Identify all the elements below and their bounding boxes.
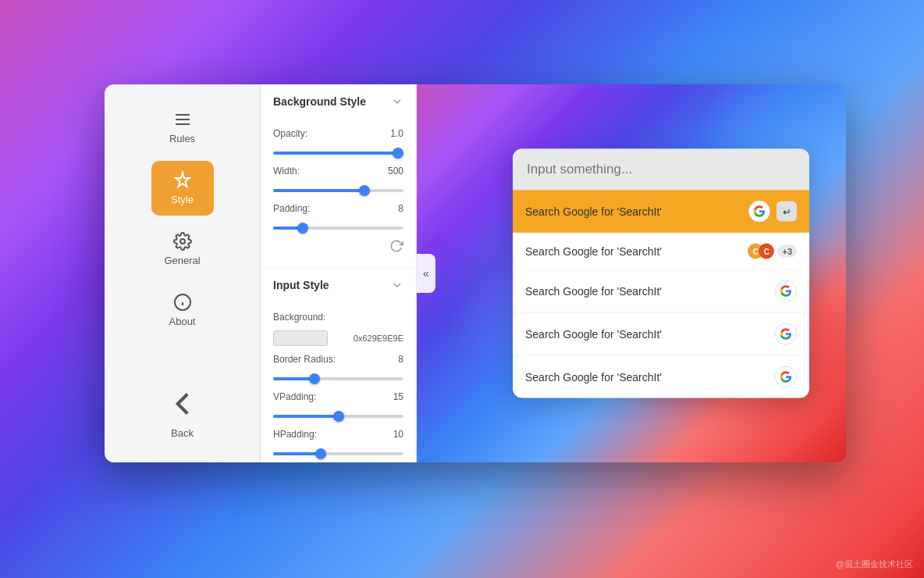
google-icon-4 (775, 323, 797, 345)
cc-circle-2: C (759, 244, 774, 259)
input-style-content: Background: 0x629E9E9E Border Radius: 8 … (261, 301, 416, 462)
svg-point-3 (180, 239, 185, 244)
list-icon (173, 110, 192, 129)
sidebar-item-rules[interactable]: Rules (151, 100, 214, 155)
padding-slider[interactable] (273, 227, 403, 230)
sidebar-about-label: About (169, 316, 196, 327)
brush-icon (173, 171, 192, 190)
sidebar-back-button[interactable]: Back (151, 384, 214, 439)
padding-slider-container (273, 219, 403, 233)
width-row: Width: 500 (273, 166, 403, 177)
hpadding-slider-container (273, 444, 403, 458)
chevron-left-icon: « (423, 267, 429, 280)
search-result-item-2[interactable]: Search Google for 'SearchIt' C C +3 (513, 234, 809, 270)
search-widget: Search Google for 'SearchIt' ↵ Sea (513, 149, 809, 398)
result-text-4: Search Google for 'SearchIt' (525, 328, 662, 341)
sidebar-style-label: Style (171, 194, 194, 205)
gear-icon (173, 232, 192, 251)
sidebar-general-label: General (164, 255, 200, 266)
border-radius-row: Border Radius: 8 (273, 354, 403, 365)
refresh-icon (389, 239, 403, 253)
result-icons-3 (775, 280, 797, 302)
search-result-item-3[interactable]: Search Google for 'SearchIt' (513, 270, 809, 313)
result-icons-5 (775, 366, 797, 388)
opacity-slider-container (273, 144, 403, 158)
cc-icon: C C (748, 244, 774, 259)
width-label: Width: (273, 166, 300, 177)
result-icons-4 (775, 323, 797, 345)
back-icon (163, 384, 202, 423)
chevron-down-icon-2 (391, 279, 403, 291)
input-style-section: Input Style Background: 0x629E9E9E Borde… (261, 268, 416, 462)
padding-row: Padding: 8 (273, 203, 403, 214)
vpadding-value: 15 (393, 391, 403, 402)
padding-label: Padding: (273, 203, 310, 214)
hpadding-slider[interactable] (273, 452, 403, 455)
chevron-down-icon (391, 95, 403, 108)
result-text-2: Search Google for 'SearchIt' (525, 245, 662, 258)
background-style-section: Background Style Opacity: 1.0 Width: 500 (261, 84, 416, 268)
refresh-button[interactable] (273, 236, 403, 256)
width-slider-container (273, 181, 403, 195)
vpadding-slider-container (273, 407, 403, 421)
border-radius-label: Border Radius: (273, 354, 336, 365)
opacity-label: Opacity: (273, 128, 307, 139)
result-text-5: Search Google for 'SearchIt' (525, 371, 662, 384)
sidebar-item-general[interactable]: General (151, 222, 214, 277)
result-icons-1: ↵ (748, 201, 797, 223)
background-style-title: Background Style (273, 95, 366, 108)
width-slider[interactable] (273, 189, 403, 192)
bg-color-label-row: Background: (273, 312, 403, 323)
sidebar-item-style[interactable]: Style (151, 161, 214, 216)
background-style-content: Opacity: 1.0 Width: 500 Padding: 8 (261, 117, 416, 267)
app-window: Rules Style General About (105, 84, 846, 462)
sidebar: Rules Style General About (105, 84, 261, 462)
bg-color-row: 0x629E9E9E (273, 330, 403, 346)
padding-value: 8 (398, 203, 403, 214)
badge-plus-3: +3 (777, 245, 797, 258)
bg-color-label: Background: (273, 312, 325, 323)
opacity-row: Opacity: 1.0 (273, 128, 403, 139)
hpadding-value: 10 (393, 429, 403, 440)
search-result-item-4[interactable]: Search Google for 'SearchIt' (513, 313, 809, 356)
google-icon-5 (775, 366, 797, 388)
preview-area: « Search Google for 'SearchIt' (417, 84, 846, 462)
back-label: Back (171, 427, 194, 439)
width-value: 500 (388, 166, 403, 177)
result-icons-2: C C +3 (748, 244, 797, 259)
opacity-value: 1.0 (390, 128, 403, 139)
settings-panel: Background Style Opacity: 1.0 Width: 500 (261, 84, 417, 462)
hpadding-row: HPadding: 10 (273, 429, 403, 440)
enter-icon: ↵ (777, 202, 797, 222)
search-input-area (513, 149, 809, 191)
bg-color-hex: 0x629E9E9E (354, 334, 403, 343)
bg-color-swatch[interactable] (273, 330, 328, 346)
background-style-header[interactable]: Background Style (261, 84, 416, 117)
hpadding-label: HPadding: (273, 429, 317, 440)
google-icon-1 (748, 201, 770, 223)
info-icon (173, 293, 192, 312)
watermark: @掘土圈金技术社区 (836, 558, 913, 570)
search-input[interactable] (527, 162, 795, 177)
border-radius-slider-container (273, 369, 403, 384)
google-icon-3 (775, 280, 797, 302)
border-radius-value: 8 (398, 354, 403, 365)
search-result-item[interactable]: Search Google for 'SearchIt' ↵ (513, 191, 809, 234)
sidebar-item-about[interactable]: About (151, 283, 214, 337)
collapse-panel-button[interactable]: « (417, 254, 435, 293)
vpadding-slider[interactable] (273, 415, 403, 418)
vpadding-label: VPadding: (273, 391, 316, 402)
vpadding-row: VPadding: 15 (273, 391, 403, 402)
border-radius-slider[interactable] (273, 377, 403, 380)
input-style-header[interactable]: Input Style (261, 268, 416, 301)
sidebar-rules-label: Rules (169, 133, 195, 144)
opacity-slider[interactable] (273, 152, 403, 155)
input-style-title: Input Style (273, 279, 329, 291)
result-text-1: Search Google for 'SearchIt' (525, 205, 662, 218)
result-text-3: Search Google for 'SearchIt' (525, 285, 662, 298)
search-result-item-5[interactable]: Search Google for 'SearchIt' (513, 356, 809, 398)
